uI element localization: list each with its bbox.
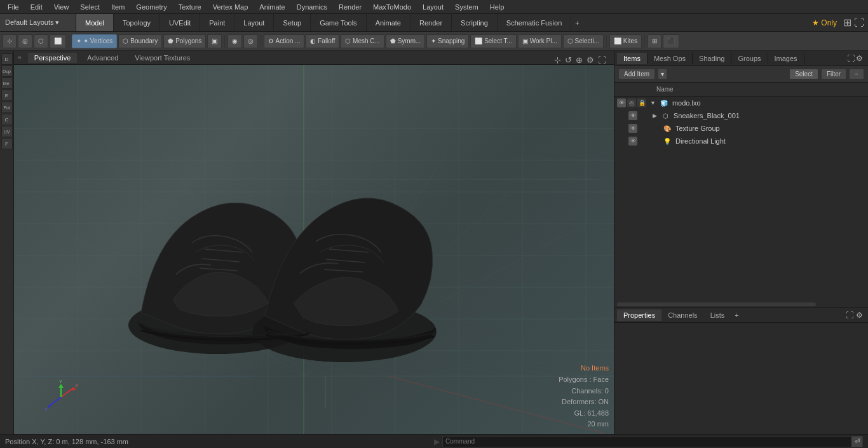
prop-settings-icon[interactable]: ⚙ <box>856 311 863 320</box>
tool-lasso[interactable]: ⬡ <box>34 34 48 48</box>
layout-fullscreen-button[interactable]: ⛶ <box>854 17 864 29</box>
expand-arrow-1[interactable]: ▼ <box>650 100 656 106</box>
add-item-button[interactable]: Add Item <box>618 69 655 79</box>
expand-arrow-2[interactable]: ▶ <box>653 112 657 119</box>
menu-maxtomodo[interactable]: MaxToModo <box>368 2 416 12</box>
left-tool-f[interactable]: F <box>1 138 13 149</box>
tab-setup[interactable]: Setup <box>274 14 311 31</box>
tool-mesh-c[interactable]: ⬡ Mesh C... <box>341 34 384 48</box>
right-tab-images[interactable]: Images <box>768 53 804 64</box>
right-tab-items[interactable]: Items <box>617 53 648 64</box>
eye-icon-2[interactable]: 👁 <box>628 111 637 120</box>
vp-icon-rotate[interactable]: ↺ <box>565 55 572 65</box>
lock-icon-1[interactable]: 🔒 <box>637 98 646 107</box>
right-tab-shading[interactable]: Shading <box>693 53 731 64</box>
right-expand-icon[interactable]: ⛶ <box>847 54 855 63</box>
vp-icon-settings[interactable]: ⚙ <box>587 55 594 65</box>
tool-falloff[interactable]: ◐ Falloff <box>306 34 339 48</box>
tool-view-type[interactable]: ⬛ <box>663 34 679 48</box>
right-settings-icon[interactable]: ⚙ <box>856 54 863 63</box>
items-scrollbar[interactable] <box>614 302 868 307</box>
star-only-button[interactable]: ★ Only <box>808 17 841 29</box>
tool-select-circle[interactable]: ◎ <box>18 34 32 48</box>
command-input[interactable] <box>442 436 851 447</box>
eye-icon-3[interactable]: 👁 <box>628 124 637 133</box>
vp-tab-advanced[interactable]: Advanced <box>81 53 125 63</box>
tab-game-tools[interactable]: Game Tools <box>311 14 367 31</box>
layout-expand-button[interactable]: ⊞ <box>843 17 851 29</box>
add-layout-tab[interactable]: + <box>571 19 583 27</box>
tab-topology[interactable]: Topology <box>114 14 160 31</box>
vp-tab-perspective[interactable]: Perspective <box>28 53 77 63</box>
tool-display-2[interactable]: ◎ <box>243 34 258 48</box>
menu-file[interactable]: File <box>3 2 24 12</box>
eye-icon-1[interactable]: 👁 <box>617 98 626 107</box>
tool-symm[interactable]: ⬟ Symm... <box>386 34 425 48</box>
tool-mesh-type[interactable]: ▣ <box>207 34 222 48</box>
filter-button[interactable]: Filter <box>821 69 846 79</box>
menu-view[interactable]: View <box>49 2 74 12</box>
left-tool-c[interactable]: C <box>1 114 13 125</box>
tool-vertices[interactable]: ✦ ✦ Vertices <box>72 34 117 48</box>
list-item-directional-light[interactable]: 👁 💡 Directional Light <box>614 135 868 147</box>
tab-animate[interactable]: Animate <box>367 14 410 31</box>
vp-icon-zoom[interactable]: ⊕ <box>576 55 583 65</box>
right-tab-groups[interactable]: Groups <box>731 53 768 64</box>
menu-geometry[interactable]: Geometry <box>131 2 172 12</box>
menu-item[interactable]: Item <box>106 2 130 12</box>
add-item-dropdown[interactable]: ▾ <box>658 69 667 79</box>
menu-vertex-map[interactable]: Vertex Map <box>208 2 254 12</box>
right-tab-mesh-ops[interactable]: Mesh Ops <box>648 53 693 64</box>
tab-render[interactable]: Render <box>410 14 452 31</box>
left-tool-dup[interactable]: Dup <box>1 65 13 77</box>
menu-texture[interactable]: Texture <box>173 2 207 12</box>
tool-grid[interactable]: ⊞ <box>648 34 661 48</box>
prop-tab-properties[interactable]: Properties <box>617 309 661 321</box>
tab-uvedit[interactable]: UVEdit <box>160 14 200 31</box>
menu-render[interactable]: Render <box>334 2 367 12</box>
list-item-modo-lxo[interactable]: 👁 ◎ 🔒 ▼ 🧊 modo.lxo <box>614 97 868 109</box>
menu-edit[interactable]: Edit <box>25 2 48 12</box>
tab-schematic-fusion[interactable]: Schematic Fusion <box>498 14 571 31</box>
vp-icon-move[interactable]: ⊹ <box>554 55 561 65</box>
list-item-sneakers[interactable]: 👁 ▶ ⬡ Sneakers_Black_001 <box>614 109 868 122</box>
layout-selector[interactable]: Default Layouts ▾ <box>0 14 76 31</box>
left-tool-mesh[interactable]: Me. <box>1 78 13 89</box>
menu-dynamics[interactable]: Dynamics <box>292 2 332 12</box>
viewport-menu-icon[interactable]: ≡ <box>18 54 22 61</box>
items-list[interactable]: 👁 ◎ 🔒 ▼ 🧊 modo.lxo 👁 ▶ ⬡ Sneakers_Black_… <box>614 97 868 302</box>
tool-snapping[interactable]: ✦ Snapping <box>426 34 469 48</box>
menu-layout[interactable]: Layout <box>417 2 449 12</box>
command-exec-button[interactable]: ⏎ <box>851 436 863 447</box>
command-arrow-icon[interactable]: ▶ <box>434 437 442 446</box>
list-item-texture-group[interactable]: 👁 🎨 Texture Group <box>614 122 868 135</box>
tab-scripting[interactable]: Scripting <box>452 14 498 31</box>
prop-tab-lists[interactable]: Lists <box>704 309 731 321</box>
tool-transform[interactable]: ⊹ <box>3 34 17 48</box>
tool-boundary[interactable]: ⬡ Boundary <box>118 34 162 48</box>
prop-tab-plus[interactable]: + <box>731 309 742 321</box>
minus-button[interactable]: − <box>849 69 864 79</box>
tool-polygons[interactable]: ⬟ Polygons <box>163 34 206 48</box>
render-icon-1[interactable]: ◎ <box>627 98 636 107</box>
left-tool-d[interactable]: D <box>1 53 13 65</box>
tool-selecti[interactable]: ⬡ Selecti... <box>563 34 604 48</box>
vp-icon-expand[interactable]: ⛶ <box>598 55 606 65</box>
tab-layout[interactable]: Layout <box>234 14 274 31</box>
tool-select-t[interactable]: ⬜ Select T... <box>470 34 517 48</box>
select-button[interactable]: Select <box>789 69 818 79</box>
menu-select[interactable]: Select <box>75 2 105 12</box>
menu-animate[interactable]: Animate <box>254 2 290 12</box>
menu-system[interactable]: System <box>450 2 484 12</box>
viewport-canvas[interactable]: X Z Y No Items Polygons : Face Channels:… <box>14 65 614 434</box>
vp-tab-viewport-textures[interactable]: Viewport Textures <box>128 53 196 63</box>
tool-kites[interactable]: ⬜ Kites <box>609 34 642 48</box>
tool-display-1[interactable]: ◉ <box>227 34 242 48</box>
prop-tab-channels[interactable]: Channels <box>661 309 703 321</box>
prop-expand-icon[interactable]: ⛶ <box>846 311 853 320</box>
tab-paint[interactable]: Paint <box>200 14 234 31</box>
items-scrollbar-thumb[interactable] <box>617 302 816 306</box>
left-tool-pol[interactable]: Pol <box>1 102 13 113</box>
left-tool-e[interactable]: E <box>1 90 13 101</box>
tab-model[interactable]: Model <box>76 14 114 31</box>
